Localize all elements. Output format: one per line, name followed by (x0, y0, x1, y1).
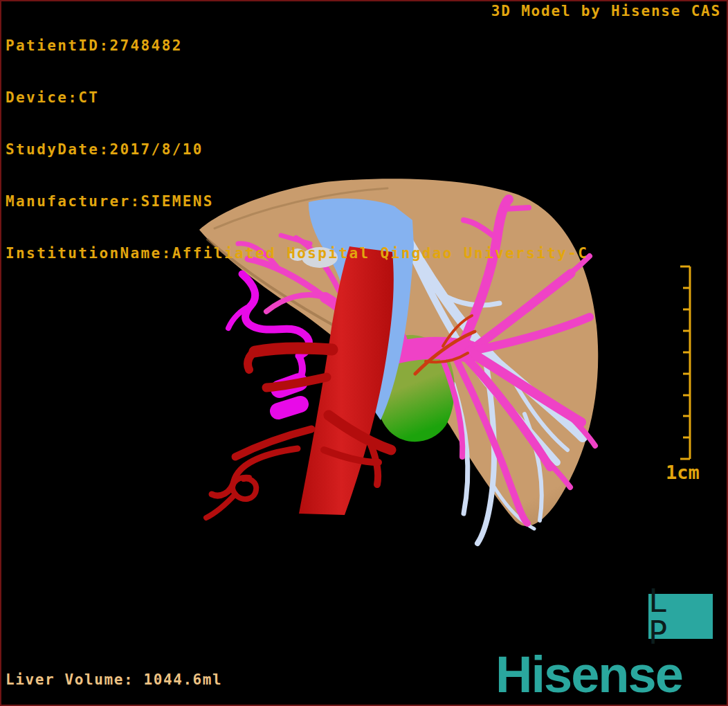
scale-bar (680, 266, 690, 459)
study-date-text: StudyDate:2017/8/10 (6, 141, 588, 159)
orientation-label: L P (648, 585, 720, 649)
patient-id-text: PatientID:2748482 (6, 37, 588, 55)
patient-metadata: PatientID:2748482 Device:CT StudyDate:20… (6, 3, 588, 280)
manufacturer-text: Manufacturer:SIEMENS (6, 193, 588, 210)
watermark-text: 3D Model by Hisense CAS (491, 3, 721, 19)
device-text: Device:CT (6, 89, 588, 107)
liver-volume-text: Liver Volume: 1044.6ml (6, 671, 222, 688)
institution-text: InstitutionName:Affiliated Hospital Qing… (6, 245, 588, 262)
scale-bar-label: 1cm (666, 462, 700, 483)
dicom-3d-viewer: { "header": { "patient_id": "PatientID:2… (0, 0, 728, 706)
orientation-marker: L P (648, 594, 713, 639)
hisense-logo: Hisense (495, 649, 682, 700)
